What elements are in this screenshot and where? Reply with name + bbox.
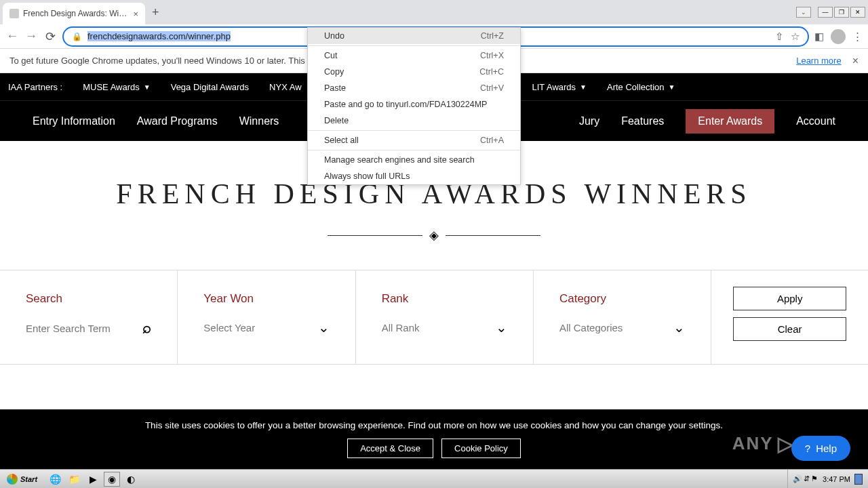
filter-label: Search (26, 292, 151, 306)
new-tab-button[interactable]: + (152, 5, 159, 20)
filter-label: Category (559, 292, 685, 306)
edge-icon[interactable]: ◐ (123, 472, 139, 487)
close-tab-icon[interactable]: × (133, 9, 138, 19)
partner-nyx[interactable]: NYX Aw (269, 82, 301, 92)
lock-icon: 🔒 (72, 32, 82, 41)
sound-icon[interactable]: 🔊 (793, 474, 802, 483)
cm-manage-search[interactable]: Manage search engines and site search (308, 152, 520, 168)
chevron-down-icon: ▼ (144, 83, 151, 91)
cm-delete[interactable]: Delete (308, 113, 520, 129)
partner-muse[interactable]: MUSE Awards▼ (83, 82, 150, 92)
chevron-down-icon: ⌄ (318, 319, 330, 336)
nav-features[interactable]: Features (621, 115, 664, 127)
windows-icon (7, 474, 18, 485)
cm-cut[interactable]: CutCtrl+X (308, 47, 520, 64)
minimize-button[interactable]: — (818, 7, 833, 18)
cm-undo[interactable]: UndoCtrl+Z (308, 28, 520, 44)
year-value: Select Year (203, 322, 255, 333)
rank-value: All Rank (382, 322, 420, 333)
category-value: All Categories (559, 322, 623, 333)
info-close-icon[interactable]: × (852, 55, 859, 67)
chevron-down-icon: ⌄ (496, 319, 507, 336)
filter-label: Rank (382, 292, 507, 306)
start-button[interactable]: Start (1, 472, 43, 486)
chevron-down-icon: ⌄ (673, 319, 685, 336)
help-button[interactable]: ? Help (791, 436, 850, 461)
window-close-button[interactable]: ✕ (850, 7, 865, 18)
chevron-down-icon: ▼ (669, 83, 675, 91)
nav-entry-info[interactable]: Entry Information (33, 115, 115, 127)
side-panel-icon[interactable]: ◧ (814, 30, 824, 43)
tabs-chevron-icon[interactable]: ⌄ (796, 7, 811, 18)
divider-ornament: ◈ (0, 228, 868, 243)
partner-lit[interactable]: LIT Awards▼ (532, 82, 587, 92)
back-button[interactable]: ← (5, 29, 19, 43)
chevron-down-icon: ▼ (580, 83, 587, 91)
filter-year[interactable]: Year Won Select Year⌄ (178, 270, 355, 364)
cookie-text: This site uses cookies to offer you a be… (0, 420, 868, 430)
enter-awards-button[interactable]: Enter Awards (686, 109, 774, 134)
nav-winners[interactable]: Winners (239, 115, 279, 127)
profile-avatar[interactable] (831, 29, 846, 44)
bookmark-icon[interactable]: ☆ (791, 30, 800, 43)
cm-copy[interactable]: CopyCtrl+C (308, 64, 520, 80)
search-icon[interactable]: ⌕ (142, 319, 151, 337)
accept-cookies-button[interactable]: Accept & Close (347, 439, 433, 458)
context-menu: UndoCtrl+Z CutCtrl+X CopyCtrl+C PasteCtr… (307, 27, 521, 185)
forward-button[interactable]: → (24, 29, 38, 43)
window-controls: ⌄ — ❐ ✕ (796, 7, 865, 18)
filter-label: Year Won (203, 292, 329, 306)
apply-button[interactable]: Apply (733, 287, 846, 310)
partner-vega[interactable]: Vega Digital Awards (171, 82, 249, 92)
chrome-task[interactable]: ◉ (104, 472, 120, 487)
info-text: To get future Google Chrome updates, you… (9, 56, 317, 66)
tab-strip: French Design Awards: Winners Gall × + ⌄… (0, 0, 868, 24)
search-input[interactable] (26, 323, 121, 334)
clock[interactable]: 3:47 PM (823, 475, 850, 483)
flag-icon[interactable]: ⚑ (811, 474, 818, 483)
cookie-banner: This site uses cookies to offer you a be… (0, 409, 868, 469)
learn-more-link[interactable]: Learn more (796, 56, 841, 66)
tab-title: French Design Awards: Winners Gall (23, 9, 129, 18)
reload-button[interactable]: ⟳ (43, 29, 57, 44)
cm-paste[interactable]: PasteCtrl+V (308, 80, 520, 96)
filter-rank[interactable]: Rank All Rank⌄ (356, 270, 534, 364)
cm-always-full-url[interactable]: Always show full URLs (308, 168, 520, 184)
filter-bar: Search ⌕ Year Won Select Year⌄ Rank All … (0, 270, 868, 365)
maximize-button[interactable]: ❐ (834, 7, 849, 18)
show-desktop[interactable] (854, 474, 863, 485)
partners-label: IAA Partners : (8, 82, 62, 92)
share-icon[interactable]: ⇧ (775, 30, 784, 43)
nav-account[interactable]: Account (796, 115, 835, 127)
cookie-policy-button[interactable]: Cookie Policy (441, 439, 521, 458)
nav-jury[interactable]: Jury (579, 115, 599, 127)
filter-category[interactable]: Category All Categories⌄ (534, 270, 711, 364)
filter-search: Search ⌕ (0, 270, 178, 364)
favicon-icon (9, 9, 19, 18)
cm-select-all[interactable]: Select allCtrl+A (308, 132, 520, 148)
clear-button[interactable]: Clear (733, 317, 846, 341)
ie-icon[interactable]: 🌐 (47, 472, 63, 487)
help-icon: ? (805, 443, 810, 454)
taskbar: Start 🌐 📁 ▶ ◉ ◐ 🔊⇵⚑ 3:47 PM (0, 469, 868, 488)
media-icon[interactable]: ▶ (85, 472, 101, 487)
browser-tab[interactable]: French Design Awards: Winners Gall × (3, 3, 145, 24)
nav-programs[interactable]: Award Programs (137, 115, 218, 127)
system-tray: 🔊⇵⚑ 3:47 PM (787, 470, 867, 488)
partner-arte[interactable]: Arte Collection▼ (607, 82, 675, 92)
cm-paste-go[interactable]: Paste and go to tinyurl.com/FDA130224MP (308, 96, 520, 113)
explorer-icon[interactable]: 📁 (66, 472, 82, 487)
menu-icon[interactable]: ⋮ (852, 30, 863, 43)
network-icon[interactable]: ⇵ (804, 474, 810, 483)
